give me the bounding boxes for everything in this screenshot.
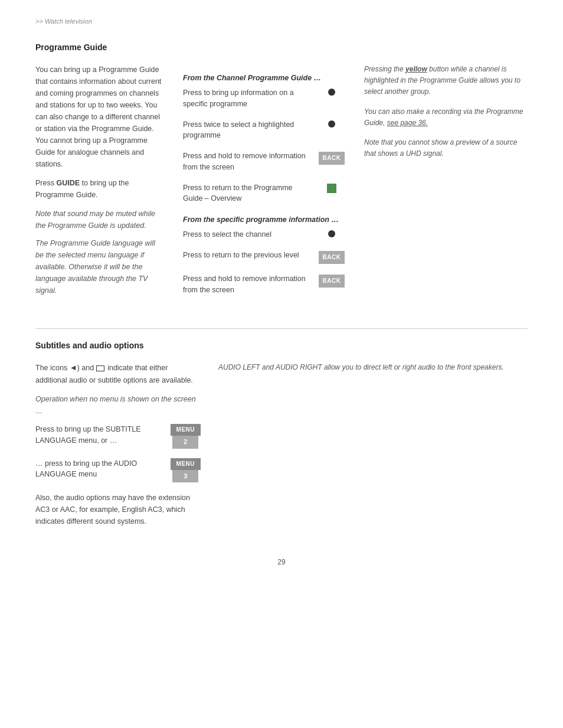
page-number: 29: [35, 558, 528, 566]
sub-row2: … press to bring up the AUDIO LANGUAGE m…: [35, 458, 201, 483]
pg-row3-icon: BACK: [317, 151, 346, 165]
pg-right-p3: Note that you cannot show a preview of a…: [364, 137, 528, 159]
sub-row1: Press to bring up the SUBTITLE LANGUAGE …: [35, 424, 201, 449]
pg-row2-text: Press twice to select a highlighted prog…: [183, 119, 311, 142]
pg-row3-text: Press and hold to remove information fro…: [183, 151, 311, 173]
pg-row5-text: Press to select the channel: [183, 229, 311, 240]
pg-row6-text: Press to return to the previous level: [183, 250, 311, 261]
menu-top-2: MENU: [171, 458, 201, 470]
subtitles-section: Subtitles and audio options The icons ◄)…: [35, 328, 528, 534]
pg-row4-text: Press to return to the Programme Guide –…: [183, 182, 311, 205]
dot-icon-2: [328, 120, 335, 128]
sub-left-p1: The icons ◄) and indicate that either ad…: [35, 362, 201, 386]
pg-row6-icon: BACK: [317, 250, 346, 264]
programme-guide-grid: You can bring up a Programme Guide that …: [35, 64, 528, 305]
menu-badge-2: MENU 2: [171, 424, 201, 449]
pg-row4: Press to return to the Programme Guide –…: [183, 182, 346, 205]
see-page-link[interactable]: see page 36.: [387, 119, 428, 127]
pg-left-p2-suffix: to bring up the Programme Guide.: [35, 179, 129, 199]
subtitles-left: The icons ◄) and indicate that either ad…: [35, 362, 201, 534]
green-square-icon: [327, 184, 336, 193]
pg-right-p1-suffix: button while a channel is highlighted in…: [364, 65, 521, 96]
subtitles-right: AUDIO LEFT and AUDIO RIGHT allow you to …: [218, 362, 528, 534]
menu-num-1: 2: [172, 436, 198, 449]
pg-row1-icon: [317, 87, 346, 96]
programme-guide-mid: From the Channel Programme Guide … Press…: [183, 64, 346, 305]
audio-left-icon: ◄): [70, 362, 80, 374]
pg-row7: Press and hold to remove information fro…: [183, 273, 346, 296]
pg-right-p2: You can also make a recording via the Pr…: [364, 106, 528, 129]
back-badge-2: BACK: [319, 251, 345, 264]
programme-guide-title: Programme Guide: [35, 43, 528, 54]
pg-note2: The Programme Guide language will be the…: [35, 237, 165, 296]
pg-row5: Press to select the channel: [183, 229, 346, 240]
pg-row5-icon: [317, 229, 346, 237]
programme-guide-left: You can bring up a Programme Guide that …: [35, 64, 165, 305]
programme-guide-right: Pressing the yellow button while a chann…: [364, 64, 528, 305]
menu-top-1: MENU: [171, 424, 201, 436]
pg-row7-icon: BACK: [317, 273, 346, 288]
programme-guide-section: Programme Guide You can bring up a Progr…: [35, 43, 528, 305]
subtitle-rect-icon: [96, 365, 104, 371]
pg-right-p1: Pressing the yellow button while a chann…: [364, 64, 528, 98]
sub-row1-text: Press to bring up the SUBTITLE LANGUAGE …: [35, 424, 163, 446]
pg-left-p1: You can bring up a Programme Guide that …: [35, 64, 165, 170]
pg-row2-icon: [317, 119, 346, 128]
pg-row1: Press to bring up information on a speci…: [183, 87, 346, 110]
sub-row2-text: … press to bring up the AUDIO LANGUAGE m…: [35, 458, 163, 481]
pg-mid-section1-title: From the Channel Programme Guide …: [183, 72, 346, 84]
pg-row2: Press twice to select a highlighted prog…: [183, 119, 346, 142]
pg-row7-text: Press and hold to remove information fro…: [183, 273, 311, 296]
menu-badge-3: MENU 3: [171, 458, 201, 483]
sub-left-p2: Also, the audio options may have the ext…: [35, 492, 201, 527]
dot-icon-3: [328, 230, 335, 237]
sub-operation-note: Operation when no menu is shown on the s…: [35, 393, 201, 417]
back-badge-3: BACK: [319, 275, 345, 288]
dot-icon-1: [328, 89, 335, 96]
subtitles-title: Subtitles and audio options: [35, 341, 528, 352]
pg-left-p2: Press GUIDE to bring up the Programme Gu…: [35, 177, 165, 201]
yellow-word: yellow: [405, 65, 427, 73]
guide-bold: GUIDE: [56, 179, 80, 187]
subtitles-grid: The icons ◄) and indicate that either ad…: [35, 362, 528, 534]
menu-num-2: 3: [172, 470, 198, 483]
breadcrumb: >> Watch television: [35, 18, 528, 25]
pg-row1-text: Press to bring up information on a speci…: [183, 87, 311, 110]
pg-mid-section2-title: From the specific programme information …: [183, 214, 346, 226]
pg-row6: Press to return to the previous level BA…: [183, 250, 346, 264]
pg-note1: Note that sound may be muted while the P…: [35, 208, 165, 231]
back-badge-1: BACK: [319, 152, 345, 165]
page: >> Watch television Programme Guide You …: [0, 0, 563, 590]
pg-row3: Press and hold to remove information fro…: [183, 151, 346, 173]
sub-right-text: AUDIO LEFT and AUDIO RIGHT allow you to …: [218, 362, 528, 373]
pg-row4-icon: [317, 182, 346, 193]
